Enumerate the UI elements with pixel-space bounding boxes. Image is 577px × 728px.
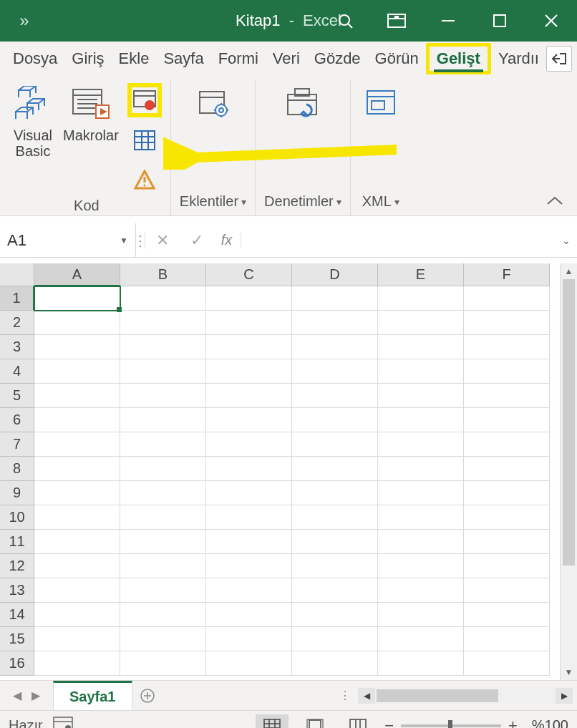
cell[interactable] xyxy=(292,457,378,481)
group-eklentiler-label[interactable]: Eklentiler▾ xyxy=(180,193,246,215)
tab-dosya[interactable]: Dosya xyxy=(6,47,64,71)
cell[interactable] xyxy=(34,505,120,530)
cell[interactable] xyxy=(464,359,550,384)
cell[interactable] xyxy=(292,311,378,335)
cell[interactable] xyxy=(206,651,292,676)
zoom-in-button[interactable]: + xyxy=(508,717,518,729)
cell[interactable] xyxy=(464,335,550,359)
cell[interactable] xyxy=(120,627,206,651)
cell[interactable] xyxy=(378,311,464,335)
cell[interactable] xyxy=(34,286,120,311)
row-header[interactable]: 15 xyxy=(0,627,34,651)
new-sheet-button[interactable] xyxy=(132,689,163,703)
scroll-down-button[interactable]: ▼ xyxy=(561,664,577,680)
cell[interactable] xyxy=(120,408,206,432)
cell[interactable] xyxy=(464,554,550,578)
cell[interactable] xyxy=(120,384,206,408)
cell[interactable] xyxy=(120,554,206,578)
cell[interactable] xyxy=(34,603,120,627)
cell[interactable] xyxy=(292,384,378,408)
row-header[interactable]: 1 xyxy=(0,286,34,311)
scroll-thumb[interactable] xyxy=(377,689,498,702)
zoom-out-button[interactable]: − xyxy=(384,717,394,729)
cell[interactable] xyxy=(464,311,550,335)
cell[interactable] xyxy=(206,603,292,627)
cell[interactable] xyxy=(378,530,464,554)
sheet-tab-active[interactable]: Sayfa1 xyxy=(53,681,132,710)
tab-veri[interactable]: Veri xyxy=(266,47,307,71)
row-header[interactable]: 11 xyxy=(0,530,34,554)
cell[interactable] xyxy=(206,578,292,603)
visual-basic-button[interactable]: Visual Basic xyxy=(11,80,54,159)
cell[interactable] xyxy=(378,457,464,481)
cell[interactable] xyxy=(34,359,120,384)
cell[interactable] xyxy=(292,408,378,432)
use-relative-refs-button[interactable] xyxy=(127,123,162,157)
zoom-track[interactable] xyxy=(401,724,501,727)
cell[interactable] xyxy=(292,335,378,359)
cell[interactable] xyxy=(120,505,206,530)
cell[interactable] xyxy=(464,505,550,530)
view-normal-button[interactable] xyxy=(256,714,288,729)
cell[interactable] xyxy=(120,335,206,359)
view-page-break-button[interactable] xyxy=(341,714,374,729)
collapse-ribbon-button[interactable] xyxy=(546,195,564,210)
share-button[interactable] xyxy=(546,46,572,72)
cell[interactable] xyxy=(292,505,378,530)
tab-formul[interactable]: Formi xyxy=(211,47,266,71)
cell[interactable] xyxy=(34,311,120,335)
cell[interactable] xyxy=(378,578,464,603)
cell[interactable] xyxy=(34,432,120,457)
tab-gozden[interactable]: Gözde xyxy=(307,47,368,71)
cell[interactable] xyxy=(206,457,292,481)
cell[interactable] xyxy=(34,335,120,359)
cell[interactable] xyxy=(120,651,206,676)
scroll-thumb[interactable] xyxy=(563,279,575,566)
name-box[interactable]: A1 ▼ xyxy=(0,223,136,257)
tab-giris[interactable]: Giriş xyxy=(64,47,111,71)
col-header-a[interactable]: A xyxy=(34,263,120,286)
cell[interactable] xyxy=(34,384,120,408)
formula-input[interactable] xyxy=(248,223,556,257)
cell[interactable] xyxy=(464,603,550,627)
cell[interactable] xyxy=(120,359,206,384)
minimize-button[interactable] xyxy=(422,0,474,42)
cell[interactable] xyxy=(292,603,378,627)
cell[interactable] xyxy=(34,481,120,505)
cell[interactable] xyxy=(464,651,550,676)
cell[interactable] xyxy=(378,481,464,505)
makrolar-button[interactable]: Makrolar xyxy=(62,80,120,143)
cell[interactable] xyxy=(464,457,550,481)
cell[interactable] xyxy=(464,408,550,432)
cell[interactable] xyxy=(34,627,120,651)
cell[interactable] xyxy=(206,335,292,359)
cell[interactable] xyxy=(120,286,206,311)
view-page-layout-button[interactable] xyxy=(299,714,331,729)
cell[interactable] xyxy=(292,359,378,384)
cell[interactable] xyxy=(206,627,292,651)
cell[interactable] xyxy=(292,627,378,651)
sheet-dots[interactable]: ⋮ xyxy=(332,689,358,702)
cell[interactable] xyxy=(378,554,464,578)
col-header-c[interactable]: C xyxy=(206,263,292,286)
tab-gorunum[interactable]: Görün xyxy=(368,47,426,71)
cell[interactable] xyxy=(206,311,292,335)
col-header-d[interactable]: D xyxy=(292,263,378,286)
overflow-icon[interactable]: » xyxy=(19,11,29,31)
cell[interactable] xyxy=(120,578,206,603)
row-header[interactable]: 6 xyxy=(0,408,34,432)
zoom-percent[interactable]: %100 xyxy=(532,717,568,728)
worksheet-grid[interactable]: A B C D E F 1 2 3 4 5 6 7 8 9 10 11 12 1… xyxy=(0,263,560,680)
cell[interactable] xyxy=(206,408,292,432)
cell[interactable] xyxy=(120,530,206,554)
cell[interactable] xyxy=(206,554,292,578)
zoom-thumb[interactable] xyxy=(448,720,452,729)
cell[interactable] xyxy=(206,286,292,311)
cell[interactable] xyxy=(206,384,292,408)
denetimler-button[interactable] xyxy=(281,80,324,123)
scroll-left-button[interactable]: ◀ xyxy=(358,688,375,704)
cell[interactable] xyxy=(464,627,550,651)
tab-yardim[interactable]: Yardıı xyxy=(491,47,546,71)
row-header[interactable]: 8 xyxy=(0,457,34,481)
macro-record-status-icon[interactable] xyxy=(53,717,73,729)
